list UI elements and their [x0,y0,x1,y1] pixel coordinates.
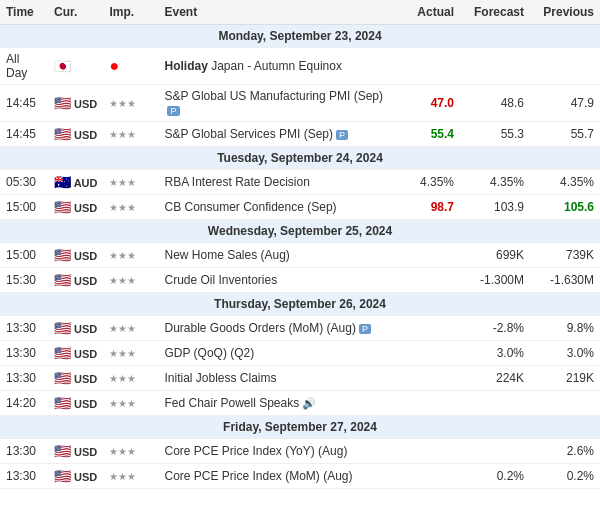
event-name: GDP (QoQ) (Q2) [158,341,395,366]
event-name: S&P Global Services PMI (Sep)P [158,122,395,147]
flag-icon: 🇦🇺 [54,174,71,190]
currency-code: USD [71,275,97,287]
event-previous: 3.0% [530,341,600,366]
day-header-label: Thursday, September 26, 2024 [0,293,600,316]
flag-icon: 🇺🇸 [54,247,71,263]
event-name: Durable Goods Orders (MoM) (Aug)P [158,316,395,341]
event-importance: ★★★ [103,122,158,147]
flag-icon: 🇺🇸 [54,395,71,411]
table-row: All Day🇯🇵●Holiday Japan - Autumn Equinox [0,48,600,85]
event-forecast: 103.9 [460,195,530,220]
event-name: Crude Oil Inventories [158,268,395,293]
event-forecast: 4.35% [460,170,530,195]
event-currency: 🇺🇸 USD [48,85,103,122]
event-actual: 47.0 [395,85,460,122]
currency-code: USD [71,129,97,141]
col-header-imp: Imp. [103,0,158,25]
event-currency: 🇺🇸 USD [48,391,103,416]
event-time: 13:30 [0,341,48,366]
event-previous: 219K [530,366,600,391]
economic-calendar-table: Time Cur. Imp. Event Actual Forecast Pre… [0,0,600,489]
event-forecast: 3.0% [460,341,530,366]
event-importance: ★★★ [103,268,158,293]
event-importance: ★★★ [103,243,158,268]
event-name: Initial Jobless Claims [158,366,395,391]
event-forecast: 48.6 [460,85,530,122]
event-p-badge: P [167,106,179,116]
event-actual [395,316,460,341]
event-forecast [460,48,530,85]
currency-code: USD [71,250,97,262]
event-previous: 0.2% [530,464,600,489]
flag-icon: 🇺🇸 [54,443,71,459]
event-forecast [460,439,530,464]
event-currency: 🇺🇸 USD [48,341,103,366]
event-previous: 4.35% [530,170,600,195]
event-time: All Day [0,48,48,85]
event-importance: ★★★ [103,366,158,391]
event-forecast: 55.3 [460,122,530,147]
table-row: 15:00🇺🇸 USD★★★New Home Sales (Aug)699K73… [0,243,600,268]
day-header-label: Tuesday, September 24, 2024 [0,147,600,170]
event-currency: 🇦🇺 AUD [48,170,103,195]
table-row: 14:45🇺🇸 USD★★★S&P Global Services PMI (S… [0,122,600,147]
importance-stars: ★★★ [109,323,136,334]
event-importance: ★★★ [103,316,158,341]
event-previous: 47.9 [530,85,600,122]
event-name: Core PCE Price Index (YoY) (Aug) [158,439,395,464]
table-row: 13:30🇺🇸 USD★★★GDP (QoQ) (Q2)3.0%3.0% [0,341,600,366]
event-previous [530,391,600,416]
flag-icon: 🇺🇸 [54,345,71,361]
event-time: 13:30 [0,316,48,341]
flag-icon: 🇺🇸 [54,320,71,336]
event-name: New Home Sales (Aug) [158,243,395,268]
event-importance: ★★★ [103,170,158,195]
table-row: 14:20🇺🇸 USD★★★Fed Chair Powell Speaks🔊 [0,391,600,416]
event-currency: 🇺🇸 USD [48,439,103,464]
flag-icon: 🇺🇸 [54,272,71,288]
event-actual: 55.4 [395,122,460,147]
importance-stars: ★★★ [109,275,136,286]
currency-code: USD [71,348,97,360]
event-actual [395,366,460,391]
event-time: 13:30 [0,464,48,489]
event-previous: 105.6 [530,195,600,220]
col-header-actual: Actual [395,0,460,25]
flag-icon: 🇺🇸 [54,370,71,386]
event-previous: 55.7 [530,122,600,147]
importance-stars: ★★★ [109,373,136,384]
event-bold-label: Holiday [164,59,207,73]
event-p-badge: P [359,324,371,334]
event-forecast: 0.2% [460,464,530,489]
day-header-row: Wednesday, September 25, 2024 [0,220,600,243]
currency-code: USD [71,202,97,214]
event-name: RBA Interest Rate Decision [158,170,395,195]
event-actual: 4.35% [395,170,460,195]
event-importance: ★★★ [103,439,158,464]
event-actual [395,391,460,416]
day-header-row: Thursday, September 26, 2024 [0,293,600,316]
col-header-cur: Cur. [48,0,103,25]
event-importance: ★★★ [103,195,158,220]
currency-code: USD [71,446,97,458]
col-header-forecast: Forecast [460,0,530,25]
day-header-row: Monday, September 23, 2024 [0,25,600,48]
event-importance: ★★★ [103,464,158,489]
event-currency: 🇺🇸 USD [48,366,103,391]
col-header-time: Time [0,0,48,25]
event-currency: 🇺🇸 USD [48,316,103,341]
event-time: 14:45 [0,122,48,147]
event-previous: 2.6% [530,439,600,464]
event-time: 15:00 [0,243,48,268]
event-currency: 🇺🇸 USD [48,268,103,293]
event-actual [395,341,460,366]
currency-code: AUD [71,177,97,189]
event-forecast: -1.300M [460,268,530,293]
event-actual: 98.7 [395,195,460,220]
event-sub-label: Japan - Autumn Equinox [208,59,342,73]
event-importance: ★★★ [103,391,158,416]
event-forecast: -2.8% [460,316,530,341]
importance-stars: ★★★ [109,177,136,188]
table-row: 13:30🇺🇸 USD★★★Initial Jobless Claims224K… [0,366,600,391]
flag-icon: 🇯🇵 [54,58,71,74]
